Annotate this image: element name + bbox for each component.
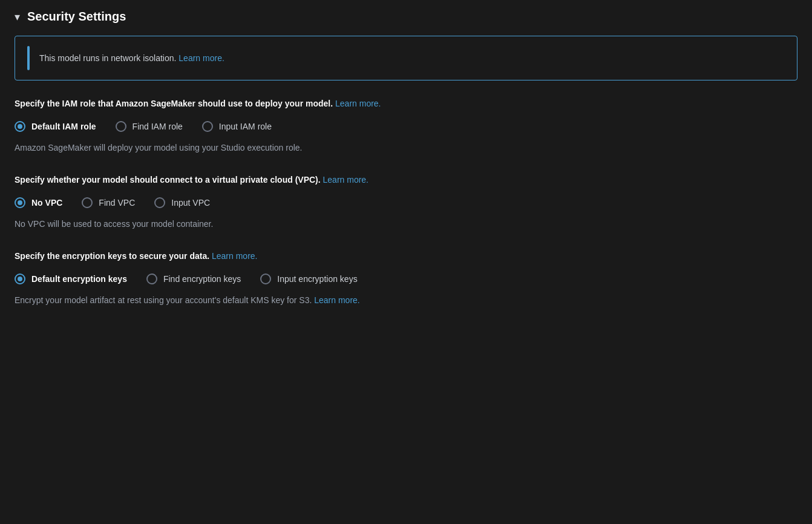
info-banner-learn-more-link[interactable]: Learn more.	[178, 53, 224, 63]
iam-radio-group: Default IAM role Find IAM role Input IAM…	[15, 121, 797, 132]
vpc-helper-text: No VPC will be used to access your model…	[15, 218, 797, 231]
iam-input-option[interactable]: Input IAM role	[202, 121, 272, 132]
iam-role-section: Specify the IAM role that Amazon SageMak…	[15, 97, 797, 154]
info-bar-accent	[27, 46, 30, 70]
enc-input-label: Input encryption keys	[277, 274, 357, 284]
chevron-down-icon[interactable]: ▾	[15, 10, 20, 24]
encryption-section-description: Specify the encryption keys to secure yo…	[15, 250, 797, 263]
info-banner-text: This model runs in network isolation. Le…	[39, 53, 224, 63]
vpc-no-label: No VPC	[31, 198, 62, 208]
iam-section-description: Specify the IAM role that Amazon SageMak…	[15, 97, 797, 110]
iam-find-label: Find IAM role	[133, 122, 183, 131]
page-container: ▾ Security Settings This model runs in n…	[0, 0, 812, 341]
vpc-section: Specify whether your model should connec…	[15, 174, 797, 231]
encryption-helper-learn-more-link[interactable]: Learn more.	[314, 295, 359, 305]
vpc-section-description: Specify whether your model should connec…	[15, 174, 797, 186]
enc-input-radio[interactable]	[260, 273, 271, 284]
page-title: Security Settings	[27, 10, 126, 24]
iam-find-option[interactable]: Find IAM role	[116, 121, 183, 132]
iam-find-radio[interactable]	[116, 121, 126, 132]
enc-default-option[interactable]: Default encryption keys	[15, 273, 127, 284]
vpc-find-option[interactable]: Find VPC	[82, 197, 135, 208]
vpc-no-option[interactable]: No VPC	[15, 197, 62, 208]
enc-find-option[interactable]: Find encryption keys	[146, 273, 241, 284]
encryption-learn-more-link[interactable]: Learn more.	[212, 251, 257, 261]
enc-find-radio[interactable]	[146, 273, 157, 284]
encryption-helper-text: Encrypt your model artifact at rest usin…	[15, 294, 797, 307]
vpc-radio-group: No VPC Find VPC Input VPC	[15, 197, 797, 208]
vpc-find-label: Find VPC	[99, 198, 135, 208]
vpc-input-option[interactable]: Input VPC	[154, 197, 210, 208]
enc-input-option[interactable]: Input encryption keys	[260, 273, 357, 284]
section-header: ▾ Security Settings	[15, 10, 797, 24]
enc-default-radio[interactable]	[15, 273, 25, 284]
info-banner: This model runs in network isolation. Le…	[15, 36, 797, 80]
iam-default-radio[interactable]	[15, 121, 25, 132]
iam-default-label: Default IAM role	[31, 122, 96, 131]
vpc-learn-more-link[interactable]: Learn more.	[323, 175, 368, 185]
iam-learn-more-link[interactable]: Learn more.	[335, 99, 381, 108]
iam-default-option[interactable]: Default IAM role	[15, 121, 96, 132]
vpc-no-radio[interactable]	[15, 197, 25, 208]
vpc-input-label: Input VPC	[171, 198, 210, 208]
vpc-find-radio[interactable]	[82, 197, 93, 208]
iam-input-label: Input IAM role	[219, 122, 272, 131]
iam-input-radio[interactable]	[202, 121, 213, 132]
encryption-radio-group: Default encryption keys Find encryption …	[15, 273, 797, 284]
enc-default-label: Default encryption keys	[31, 274, 127, 284]
vpc-input-radio[interactable]	[154, 197, 165, 208]
enc-find-label: Find encryption keys	[163, 274, 241, 284]
encryption-section: Specify the encryption keys to secure yo…	[15, 250, 797, 307]
iam-helper-text: Amazon SageMaker will deploy your model …	[15, 142, 797, 154]
